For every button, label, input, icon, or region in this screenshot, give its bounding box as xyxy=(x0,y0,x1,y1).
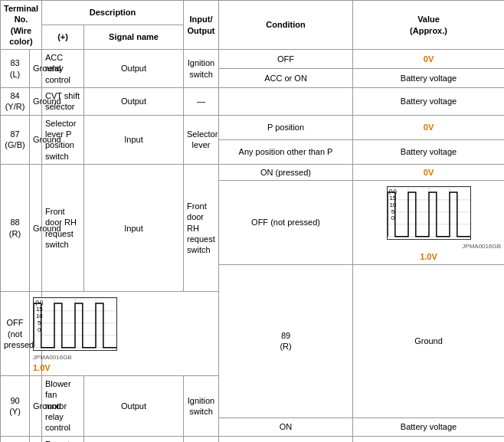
cond-label-87: Selector lever xyxy=(184,115,219,164)
pulse-svg-89 xyxy=(34,298,116,350)
chart-y-label-88: (V)151050 xyxy=(389,188,398,222)
val-90-2: Battery voltage xyxy=(353,418,504,436)
cond-87-2: Any position other than P xyxy=(219,139,353,164)
ground-90: Ground xyxy=(30,376,42,436)
val-89-chart: (V)151050 ← 10 ms → xyxy=(30,292,42,376)
io-90: Output xyxy=(84,376,184,436)
header-plus: (+) xyxy=(42,25,84,50)
terminal-87: 87(G/B) xyxy=(1,115,30,164)
chart-filename-88: JPMA0016GB xyxy=(356,243,501,250)
pulse-svg-88 xyxy=(388,187,470,239)
ground-88: Ground xyxy=(30,164,42,292)
ground-89: Ground xyxy=(353,264,504,417)
terminal-83: 83(L) xyxy=(1,50,30,88)
header-terminal-no: Terminal No.(Wire color) xyxy=(1,1,42,50)
terminal-91: 91(L/R) xyxy=(1,436,30,442)
header-value: Value(Approx.) xyxy=(353,1,504,50)
header-io: Input/Output xyxy=(184,1,219,50)
cond-89-2: OFF (not pressed) xyxy=(1,292,30,376)
io-91: Output xyxy=(84,436,184,442)
io-83: Output xyxy=(84,50,184,88)
val-88-1: 0V xyxy=(353,164,504,180)
chart-y-label-89: (V)151050 xyxy=(35,300,44,333)
chart-value-88: 1.0V xyxy=(356,251,501,262)
cond-84-1 xyxy=(219,88,353,116)
signal-90: Blower fan motor relay control xyxy=(42,376,84,436)
cond-label-90: Ignition switch xyxy=(184,376,219,436)
signal-84: CVT shift selector xyxy=(42,88,84,116)
signal-91: Remote keyless entry receiver power supp… xyxy=(42,436,84,442)
cond-88-2: OFF (not pressed) xyxy=(219,181,353,265)
val-88-chart: (V)151050 xyxy=(353,181,504,265)
val-83-1: 0V xyxy=(353,50,504,69)
signal-87: Selector lever P position switch xyxy=(42,115,84,164)
terminal-88: 88(R) xyxy=(1,164,30,292)
chart-value-89: 1.0V xyxy=(33,362,38,373)
cond-90-2: ON xyxy=(219,418,353,436)
signal-88: Front door RH request switch xyxy=(42,164,84,292)
io-88: Input xyxy=(84,164,184,292)
cond-87-1: P position xyxy=(219,115,353,139)
waveform-chart-88: (V)151050 xyxy=(387,186,471,240)
header-condition: Condition xyxy=(219,1,353,50)
val-83-2: Battery voltage xyxy=(353,69,504,88)
chart-filename-89: JPMA0016GB xyxy=(33,354,38,362)
terminal-90: 90(Y) xyxy=(1,376,30,436)
header-minus-col: Signal name xyxy=(84,25,184,50)
ground-91: Ground xyxy=(30,436,42,442)
terminal-84: 84(Y/R) xyxy=(1,88,30,116)
ground-84: Ground xyxy=(30,88,42,116)
io-87: Input xyxy=(84,115,184,164)
val-87-2: Battery voltage xyxy=(353,139,504,164)
ground-87: Ground xyxy=(30,115,42,164)
val-84-1: Battery voltage xyxy=(353,88,504,116)
waveform-chart-89: (V)151050 ← 10 ms → xyxy=(33,297,117,351)
cond-88-1: ON (pressed) xyxy=(219,164,353,180)
cond-label-88: Front door RH request switch xyxy=(184,164,219,292)
header-description: Description xyxy=(42,1,184,25)
cond-91-1 xyxy=(219,436,353,442)
terminal-89: 89(R) xyxy=(219,264,353,417)
cond-label-91: Ignition switch OFF xyxy=(184,436,219,442)
io-84: Output xyxy=(84,88,184,116)
val-91-1: Battery voltage xyxy=(353,436,504,442)
ground-83: Ground xyxy=(30,50,42,88)
cond-label-83: Ignition switch xyxy=(184,50,219,88)
signal-83: ACC relay control xyxy=(42,50,84,88)
cond-label-84: — xyxy=(184,88,219,116)
cond-83-2: ACC or ON xyxy=(219,69,353,88)
val-87-1: 0V xyxy=(353,115,504,139)
cond-83-1: OFF xyxy=(219,50,353,69)
